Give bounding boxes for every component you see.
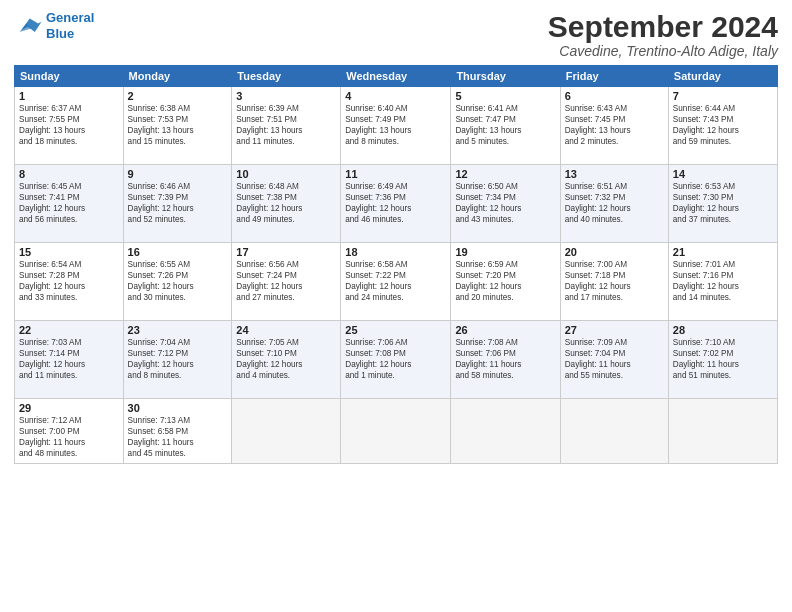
day-cell: 29Sunrise: 7:12 AM Sunset: 7:00 PM Dayli…	[15, 399, 124, 464]
day-number: 8	[19, 168, 119, 180]
day-cell: 8Sunrise: 6:45 AM Sunset: 7:41 PM Daylig…	[15, 165, 124, 243]
day-info: Sunrise: 6:38 AM Sunset: 7:53 PM Dayligh…	[128, 103, 228, 147]
day-info: Sunrise: 6:46 AM Sunset: 7:39 PM Dayligh…	[128, 181, 228, 225]
day-cell: 18Sunrise: 6:58 AM Sunset: 7:22 PM Dayli…	[341, 243, 451, 321]
day-number: 4	[345, 90, 446, 102]
logo-line1: General	[46, 10, 94, 25]
day-cell: 12Sunrise: 6:50 AM Sunset: 7:34 PM Dayli…	[451, 165, 560, 243]
day-number: 24	[236, 324, 336, 336]
day-info: Sunrise: 7:03 AM Sunset: 7:14 PM Dayligh…	[19, 337, 119, 381]
day-info: Sunrise: 6:54 AM Sunset: 7:28 PM Dayligh…	[19, 259, 119, 303]
col-monday: Monday	[123, 66, 232, 87]
day-info: Sunrise: 7:13 AM Sunset: 6:58 PM Dayligh…	[128, 415, 228, 459]
day-number: 14	[673, 168, 773, 180]
day-number: 10	[236, 168, 336, 180]
day-cell: 13Sunrise: 6:51 AM Sunset: 7:32 PM Dayli…	[560, 165, 668, 243]
col-thursday: Thursday	[451, 66, 560, 87]
day-info: Sunrise: 6:40 AM Sunset: 7:49 PM Dayligh…	[345, 103, 446, 147]
col-sunday: Sunday	[15, 66, 124, 87]
header-row: Sunday Monday Tuesday Wednesday Thursday…	[15, 66, 778, 87]
day-number: 7	[673, 90, 773, 102]
day-info: Sunrise: 6:56 AM Sunset: 7:24 PM Dayligh…	[236, 259, 336, 303]
day-cell: 26Sunrise: 7:08 AM Sunset: 7:06 PM Dayli…	[451, 321, 560, 399]
day-info: Sunrise: 7:00 AM Sunset: 7:18 PM Dayligh…	[565, 259, 664, 303]
col-wednesday: Wednesday	[341, 66, 451, 87]
day-number: 15	[19, 246, 119, 258]
day-cell: 11Sunrise: 6:49 AM Sunset: 7:36 PM Dayli…	[341, 165, 451, 243]
day-number: 26	[455, 324, 555, 336]
day-cell: 4Sunrise: 6:40 AM Sunset: 7:49 PM Daylig…	[341, 87, 451, 165]
week-row-5: 29Sunrise: 7:12 AM Sunset: 7:00 PM Dayli…	[15, 399, 778, 464]
day-cell: 20Sunrise: 7:00 AM Sunset: 7:18 PM Dayli…	[560, 243, 668, 321]
day-number: 22	[19, 324, 119, 336]
day-info: Sunrise: 7:10 AM Sunset: 7:02 PM Dayligh…	[673, 337, 773, 381]
day-info: Sunrise: 7:01 AM Sunset: 7:16 PM Dayligh…	[673, 259, 773, 303]
day-info: Sunrise: 6:48 AM Sunset: 7:38 PM Dayligh…	[236, 181, 336, 225]
day-cell: 5Sunrise: 6:41 AM Sunset: 7:47 PM Daylig…	[451, 87, 560, 165]
day-number: 5	[455, 90, 555, 102]
day-number: 27	[565, 324, 664, 336]
day-cell: 7Sunrise: 6:44 AM Sunset: 7:43 PM Daylig…	[668, 87, 777, 165]
day-cell	[232, 399, 341, 464]
day-number: 1	[19, 90, 119, 102]
day-info: Sunrise: 6:37 AM Sunset: 7:55 PM Dayligh…	[19, 103, 119, 147]
day-info: Sunrise: 7:05 AM Sunset: 7:10 PM Dayligh…	[236, 337, 336, 381]
day-cell: 27Sunrise: 7:09 AM Sunset: 7:04 PM Dayli…	[560, 321, 668, 399]
day-cell: 10Sunrise: 6:48 AM Sunset: 7:38 PM Dayli…	[232, 165, 341, 243]
day-info: Sunrise: 6:49 AM Sunset: 7:36 PM Dayligh…	[345, 181, 446, 225]
day-cell: 1Sunrise: 6:37 AM Sunset: 7:55 PM Daylig…	[15, 87, 124, 165]
day-cell: 14Sunrise: 6:53 AM Sunset: 7:30 PM Dayli…	[668, 165, 777, 243]
day-number: 13	[565, 168, 664, 180]
day-number: 20	[565, 246, 664, 258]
day-cell: 28Sunrise: 7:10 AM Sunset: 7:02 PM Dayli…	[668, 321, 777, 399]
day-cell: 16Sunrise: 6:55 AM Sunset: 7:26 PM Dayli…	[123, 243, 232, 321]
day-info: Sunrise: 6:51 AM Sunset: 7:32 PM Dayligh…	[565, 181, 664, 225]
day-cell: 21Sunrise: 7:01 AM Sunset: 7:16 PM Dayli…	[668, 243, 777, 321]
day-info: Sunrise: 6:58 AM Sunset: 7:22 PM Dayligh…	[345, 259, 446, 303]
header: General Blue September 2024 Cavedine, Tr…	[14, 10, 778, 59]
day-info: Sunrise: 7:12 AM Sunset: 7:00 PM Dayligh…	[19, 415, 119, 459]
day-cell	[560, 399, 668, 464]
week-row-4: 22Sunrise: 7:03 AM Sunset: 7:14 PM Dayli…	[15, 321, 778, 399]
day-cell: 22Sunrise: 7:03 AM Sunset: 7:14 PM Dayli…	[15, 321, 124, 399]
day-number: 28	[673, 324, 773, 336]
day-cell: 23Sunrise: 7:04 AM Sunset: 7:12 PM Dayli…	[123, 321, 232, 399]
day-number: 25	[345, 324, 446, 336]
day-info: Sunrise: 7:08 AM Sunset: 7:06 PM Dayligh…	[455, 337, 555, 381]
day-number: 16	[128, 246, 228, 258]
col-friday: Friday	[560, 66, 668, 87]
day-cell: 9Sunrise: 6:46 AM Sunset: 7:39 PM Daylig…	[123, 165, 232, 243]
logo-text: General Blue	[46, 10, 94, 41]
day-number: 9	[128, 168, 228, 180]
calendar-title: September 2024	[548, 10, 778, 43]
title-block: September 2024 Cavedine, Trentino-Alto A…	[548, 10, 778, 59]
day-number: 18	[345, 246, 446, 258]
day-number: 6	[565, 90, 664, 102]
logo-icon	[14, 15, 42, 37]
calendar-subtitle: Cavedine, Trentino-Alto Adige, Italy	[548, 43, 778, 59]
day-cell	[668, 399, 777, 464]
day-info: Sunrise: 7:04 AM Sunset: 7:12 PM Dayligh…	[128, 337, 228, 381]
logo: General Blue	[14, 10, 94, 41]
day-info: Sunrise: 6:44 AM Sunset: 7:43 PM Dayligh…	[673, 103, 773, 147]
day-cell: 30Sunrise: 7:13 AM Sunset: 6:58 PM Dayli…	[123, 399, 232, 464]
day-cell	[451, 399, 560, 464]
day-number: 23	[128, 324, 228, 336]
day-number: 30	[128, 402, 228, 414]
week-row-1: 1Sunrise: 6:37 AM Sunset: 7:55 PM Daylig…	[15, 87, 778, 165]
day-cell: 25Sunrise: 7:06 AM Sunset: 7:08 PM Dayli…	[341, 321, 451, 399]
col-saturday: Saturday	[668, 66, 777, 87]
day-info: Sunrise: 6:41 AM Sunset: 7:47 PM Dayligh…	[455, 103, 555, 147]
day-number: 12	[455, 168, 555, 180]
col-tuesday: Tuesday	[232, 66, 341, 87]
day-info: Sunrise: 6:39 AM Sunset: 7:51 PM Dayligh…	[236, 103, 336, 147]
day-info: Sunrise: 6:45 AM Sunset: 7:41 PM Dayligh…	[19, 181, 119, 225]
day-cell: 15Sunrise: 6:54 AM Sunset: 7:28 PM Dayli…	[15, 243, 124, 321]
week-row-2: 8Sunrise: 6:45 AM Sunset: 7:41 PM Daylig…	[15, 165, 778, 243]
day-info: Sunrise: 6:43 AM Sunset: 7:45 PM Dayligh…	[565, 103, 664, 147]
day-cell	[341, 399, 451, 464]
day-number: 19	[455, 246, 555, 258]
day-cell: 19Sunrise: 6:59 AM Sunset: 7:20 PM Dayli…	[451, 243, 560, 321]
day-cell: 2Sunrise: 6:38 AM Sunset: 7:53 PM Daylig…	[123, 87, 232, 165]
calendar-table: Sunday Monday Tuesday Wednesday Thursday…	[14, 65, 778, 464]
